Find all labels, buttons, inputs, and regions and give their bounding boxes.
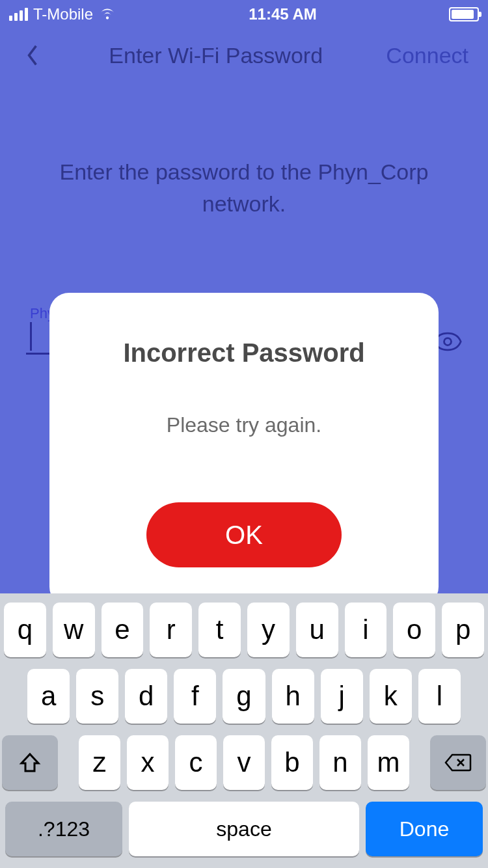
key-t[interactable]: t bbox=[198, 603, 241, 657]
screen: T-Mobile 11:45 AM Enter Wi-Fi Password C… bbox=[0, 0, 488, 868]
key-c[interactable]: c bbox=[175, 735, 217, 790]
key-u[interactable]: u bbox=[296, 603, 338, 657]
keyboard-row-1: qwertyuiop bbox=[4, 603, 484, 657]
key-y[interactable]: y bbox=[247, 603, 290, 657]
keyboard-bottom-row: .?123 space Done bbox=[4, 802, 484, 856]
key-h[interactable]: h bbox=[272, 669, 314, 724]
key-b[interactable]: b bbox=[271, 735, 313, 790]
key-q[interactable]: q bbox=[4, 603, 46, 657]
shift-key[interactable] bbox=[2, 735, 58, 790]
key-j[interactable]: j bbox=[321, 669, 363, 724]
modal-title: Incorrect Password bbox=[75, 338, 413, 368]
key-w[interactable]: w bbox=[53, 603, 95, 657]
key-p[interactable]: p bbox=[442, 603, 484, 657]
key-k[interactable]: k bbox=[370, 669, 412, 724]
key-m[interactable]: m bbox=[368, 735, 409, 790]
done-key[interactable]: Done bbox=[366, 802, 483, 856]
key-i[interactable]: i bbox=[345, 603, 387, 657]
key-s[interactable]: s bbox=[76, 669, 118, 724]
keyboard-row-2: asdfghjkl bbox=[4, 669, 484, 724]
keyboard: qwertyuiop asdfghjkl zxcvbnm .?123 space… bbox=[0, 593, 488, 868]
key-d[interactable]: d bbox=[125, 669, 167, 724]
modal-overlay: Incorrect Password Please try again. OK bbox=[0, 0, 488, 593]
key-e[interactable]: e bbox=[102, 603, 144, 657]
modal-message: Please try again. bbox=[75, 413, 413, 437]
ok-button[interactable]: OK bbox=[146, 502, 342, 567]
space-key[interactable]: space bbox=[129, 802, 359, 856]
key-o[interactable]: o bbox=[393, 603, 435, 657]
key-l[interactable]: l bbox=[418, 669, 461, 724]
key-v[interactable]: v bbox=[223, 735, 265, 790]
key-x[interactable]: x bbox=[127, 735, 169, 790]
error-modal: Incorrect Password Please try again. OK bbox=[49, 293, 439, 606]
key-a[interactable]: a bbox=[27, 669, 70, 724]
symbols-key[interactable]: .?123 bbox=[5, 802, 122, 856]
key-f[interactable]: f bbox=[174, 669, 216, 724]
key-n[interactable]: n bbox=[319, 735, 361, 790]
key-r[interactable]: r bbox=[150, 603, 192, 657]
key-g[interactable]: g bbox=[223, 669, 265, 724]
backspace-key[interactable] bbox=[430, 735, 486, 790]
keyboard-row-3: zxcvbnm bbox=[4, 735, 484, 790]
key-z[interactable]: z bbox=[79, 735, 120, 790]
